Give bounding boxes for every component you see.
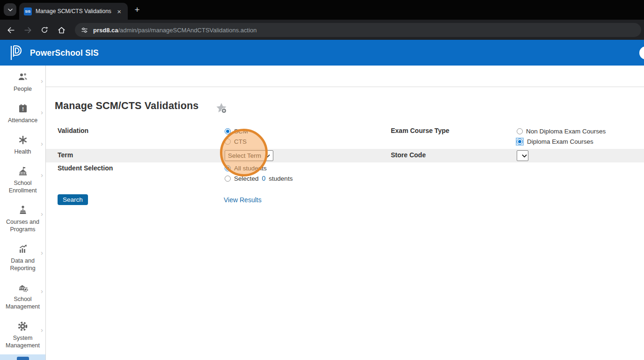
site-settings-icon[interactable]: [80, 26, 88, 34]
term-select[interactable]: Select Term: [225, 150, 273, 161]
search-button[interactable]: Search: [58, 194, 88, 205]
svg-text:!: !: [22, 106, 24, 112]
main-content: Manage SCM/CTS Validations Validation SC…: [46, 66, 644, 360]
focus-ring: [516, 138, 524, 146]
radio-selected-students[interactable]: [225, 176, 231, 182]
form-row-band: [46, 149, 644, 162]
selected-count-link[interactable]: 0: [262, 175, 266, 182]
health-star-of-life-icon: [17, 134, 29, 146]
sidebar-item-system-management[interactable]: › System Management: [0, 321, 45, 349]
radio-scm[interactable]: [225, 128, 231, 134]
sidebar-item-label: People: [0, 85, 45, 93]
attendance-calendar-icon: !: [17, 103, 29, 114]
sidebar-item-data-and-reporting[interactable]: › Data and Reporting: [0, 243, 45, 272]
sidebar-item-school-enrollment[interactable]: › School Enrollment: [0, 166, 45, 194]
address-bar[interactable]: prsd8.ca/admin/pasi/manageSCMAndCTSValid…: [75, 23, 641, 37]
radio-non-diploma[interactable]: [517, 128, 523, 134]
reload-icon: [40, 26, 49, 34]
radio-diploma[interactable]: [517, 139, 523, 145]
chevron-down-icon: [7, 7, 14, 13]
tab-title: Manage SCM/CTS Validations: [36, 8, 111, 15]
url-text: prsd8.ca/admin/pasi/manageSCMAndCTSValid…: [93, 27, 257, 34]
new-tab-button[interactable]: +: [132, 5, 142, 14]
back-button[interactable]: [6, 25, 16, 35]
radio-non-diploma-label: Non Diploma Exam Courses: [526, 128, 606, 135]
sidebar-item-label: Courses and Programs: [0, 218, 45, 233]
favorite-star-add-icon[interactable]: [215, 102, 227, 114]
term-label: Term: [58, 151, 73, 159]
chevron-right-icon: ›: [41, 140, 43, 147]
store-code-select[interactable]: [517, 150, 528, 161]
browser-toolbar: prsd8.ca/admin/pasi/manageSCMAndCTSValid…: [0, 20, 644, 40]
browser-tab-strip: SIS Manage SCM/CTS Validations × +: [0, 0, 644, 20]
header-right-control[interactable]: [639, 46, 644, 59]
browser-tab[interactable]: SIS Manage SCM/CTS Validations ×: [19, 3, 128, 20]
sidebar-item-courses-and-programs[interactable]: › Courses and Programs: [0, 205, 45, 233]
sidebar-item-school-management[interactable]: › School Management: [0, 282, 45, 310]
tab-close-icon[interactable]: ×: [115, 7, 123, 15]
forward-button[interactable]: [22, 25, 33, 35]
school-building-icon: [17, 166, 29, 177]
exam-course-type-label: Exam Course Type: [391, 127, 449, 134]
chart-growth-icon: [17, 243, 29, 255]
sidebar-item-label: School Management: [0, 295, 45, 310]
radio-all-students[interactable]: [225, 165, 231, 171]
forward-arrow-icon: [23, 26, 32, 35]
chevron-down-icon: [265, 154, 270, 158]
student-option-selected[interactable]: Selected 0 students: [225, 175, 293, 182]
sidebar-nav: › People ! › Attendance › Health › Schoo…: [0, 66, 46, 360]
store-code-label: Store Code: [391, 151, 426, 159]
sis-favicon-icon: SIS: [24, 7, 32, 15]
teacher-podium-icon: [17, 205, 29, 216]
chevron-right-icon: ›: [41, 326, 43, 333]
selected-prefix: Selected: [234, 175, 259, 182]
powerschool-header: PowerSchool SIS: [0, 40, 644, 66]
tab-search-button[interactable]: [4, 3, 16, 16]
sidebar-item-attendance[interactable]: ! › Attendance: [0, 103, 45, 124]
chevron-right-icon: ›: [41, 171, 43, 178]
radio-cts[interactable]: [225, 139, 231, 145]
active-item-icon: [17, 357, 29, 360]
student-option-all[interactable]: All students: [225, 165, 267, 172]
url-path: /admin/pasi/manageSCMAndCTSValidations.a…: [118, 27, 256, 34]
sidebar-item-label: Health: [0, 148, 45, 155]
sidebar-item-active-partial[interactable]: [0, 354, 45, 360]
radio-diploma-label: Diploma Exam Courses: [527, 138, 593, 145]
gear-icon: [17, 321, 29, 332]
sidebar-item-label: Attendance: [0, 117, 45, 124]
back-arrow-icon: [7, 26, 15, 35]
sidebar-item-label: School Enrollment: [0, 179, 45, 194]
people-icon: [17, 72, 29, 83]
view-results-link[interactable]: View Results: [224, 196, 262, 204]
validation-option-cts[interactable]: CTS: [225, 138, 247, 145]
powerschool-logo-icon: [9, 45, 23, 61]
home-icon: [57, 26, 66, 35]
exam-option-non-diploma[interactable]: Non Diploma Exam Courses: [517, 128, 606, 135]
page-title: Manage SCM/CTS Validations: [55, 100, 198, 112]
browser-window: SIS Manage SCM/CTS Validations × + prsd8…: [0, 0, 644, 360]
chevron-right-icon: ›: [41, 249, 43, 256]
exam-option-diploma[interactable]: Diploma Exam Courses: [516, 138, 593, 146]
chevron-right-icon: ›: [41, 287, 43, 294]
radio-all-students-label: All students: [234, 165, 267, 172]
sidebar-item-health[interactable]: › Health: [0, 134, 45, 155]
student-selection-label: Student Selection: [58, 164, 113, 172]
sidebar-item-label: Data and Reporting: [0, 257, 45, 272]
brand-name: PowerSchool SIS: [30, 48, 99, 58]
breadcrumb-strip: [46, 66, 644, 87]
chevron-right-icon: ›: [41, 77, 43, 84]
url-domain: prsd8.ca: [93, 27, 118, 34]
term-select-value: Select Term: [228, 152, 261, 159]
radio-scm-label: SCM: [234, 128, 248, 135]
radio-cts-label: CTS: [234, 138, 247, 145]
validation-option-scm[interactable]: SCM: [225, 128, 248, 135]
sidebar-item-people[interactable]: › People: [0, 72, 45, 93]
home-button[interactable]: [56, 25, 66, 35]
reload-button[interactable]: [39, 25, 50, 35]
sidebar-item-label: System Management: [0, 334, 45, 349]
validation-label: Validation: [58, 127, 88, 134]
selected-suffix: students: [269, 175, 293, 182]
chevron-right-icon: ›: [41, 210, 43, 217]
chevron-right-icon: ›: [41, 109, 43, 116]
school-gear-icon: [17, 282, 29, 293]
